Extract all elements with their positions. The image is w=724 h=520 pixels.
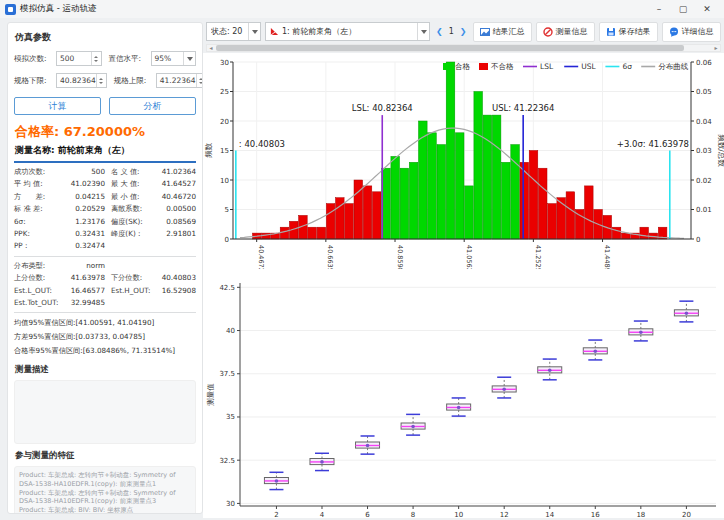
svg-text:6: 6 — [365, 511, 370, 518]
svg-text:测量值: 测量值 — [206, 383, 215, 406]
histogram-svg: LSL: 40.82364USL: 41.22364: 40.40803+3.0… — [203, 55, 724, 269]
svg-text:35: 35 — [226, 413, 235, 421]
next-page-icon[interactable]: ❯ — [460, 27, 467, 36]
stat-row: PP :0.32474 — [14, 240, 196, 252]
svg-text:0.04: 0.04 — [696, 118, 712, 126]
svg-text:USL: USL — [581, 62, 596, 71]
stepper-arrows-icon[interactable] — [91, 52, 101, 65]
dist-row: 分布类型:norm — [14, 260, 196, 272]
description-textarea[interactable] — [14, 380, 196, 444]
analyze-button[interactable]: 分析 — [109, 97, 196, 115]
details-button[interactable]: 详细信息 — [662, 22, 721, 42]
svg-text:42.5: 42.5 — [219, 284, 235, 292]
save-icon — [606, 27, 616, 37]
feature-item: Product: 车架总成: 左转向节+制动盘: Symmetry of DSA… — [19, 489, 191, 506]
svg-text:0.06: 0.06 — [696, 59, 712, 67]
ci-line: 均值95%置信区间:[41.00591, 41.04190] — [14, 316, 196, 330]
chevron-down-icon[interactable] — [183, 52, 195, 65]
svg-text:频数/总数: 频数/总数 — [717, 134, 724, 167]
feature-item: Product: 车架总成: 左转向节+制动盘: Symmetry of DSA… — [19, 471, 191, 488]
usl-stepper[interactable]: 41.22364 — [156, 73, 203, 88]
feature-item: Product: 车架总成: BIV: BIV: 坐标原点 — [19, 506, 191, 514]
window-title: 模拟仿真 - 运动轨迹 — [20, 3, 96, 15]
svg-text:USL: 41.22364: USL: 41.22364 — [492, 103, 554, 113]
minimize-icon[interactable]: – — [647, 4, 671, 14]
scroll-right-icon[interactable]: ▸ — [712, 45, 720, 51]
svg-text:5: 5 — [225, 206, 229, 214]
svg-text:40.66354: 40.66354 — [326, 245, 334, 269]
angle-measure-icon — [270, 27, 279, 36]
chart-toolbar: 状态: 20 1: 前轮前束角（左） ❮ 1 ❯ 结果汇总 测量信息 保存结果 — [206, 21, 724, 42]
svg-text:37.5: 37.5 — [219, 370, 235, 378]
save-results-button[interactable]: 保存结果 — [599, 22, 658, 42]
svg-text:32.5: 32.5 — [219, 457, 235, 465]
dist-row: Est.L_OUT:16.46577Est.H_OUT:16.52908 — [14, 285, 196, 297]
svg-text:40.85989: 40.85989 — [396, 245, 404, 269]
svg-text:0.01: 0.01 — [696, 206, 712, 214]
close-icon[interactable]: ✕ — [695, 4, 719, 14]
usl-label: 规格上限: — [114, 76, 156, 86]
svg-text:30: 30 — [226, 500, 235, 508]
svg-text:10: 10 — [220, 177, 229, 185]
summary-icon — [480, 27, 490, 37]
stat-row: 标 准 差:0.20529离散系数:0.00500 — [14, 203, 196, 215]
lsl-label: 规格下限: — [14, 76, 56, 86]
svg-text:+3.0σ: 41.63978: +3.0σ: 41.63978 — [617, 139, 689, 149]
maximize-icon[interactable]: ▢ — [671, 4, 695, 14]
result-summary-button[interactable]: 结果汇总 — [473, 22, 532, 42]
lsl-stepper[interactable]: 40.82364 — [56, 73, 107, 88]
pass-rate-value: 合格率: 67.20000% — [15, 123, 196, 141]
svg-text:LSL: 40.82364: LSL: 40.82364 — [352, 103, 413, 113]
svg-text:: 40.40803: : 40.40803 — [239, 139, 285, 149]
svg-text:4: 4 — [320, 511, 325, 518]
svg-text:0.02: 0.02 — [696, 177, 712, 185]
svg-text:16: 16 — [591, 511, 600, 518]
page-number: 1 — [449, 27, 454, 36]
svg-text:0: 0 — [225, 236, 229, 244]
confidence-select[interactable]: 95% — [151, 51, 197, 66]
chevron-down-icon[interactable] — [248, 23, 260, 40]
horizontal-scrollbar[interactable]: ◂ ▸ — [206, 44, 721, 52]
svg-text:频数: 频数 — [204, 143, 213, 159]
measurement-select[interactable]: 1: 前轮前束角（左） — [265, 22, 430, 41]
measure-info-icon — [543, 27, 553, 37]
stepper-arrows-icon[interactable] — [196, 74, 203, 87]
svg-text:0.03: 0.03 — [696, 147, 712, 155]
chevron-down-icon[interactable] — [417, 23, 429, 40]
statistics-table: 成功次数:500名 义 值:41.02364平 均 值:41.02390最 大 … — [14, 166, 196, 253]
scrollbar-thumb[interactable] — [216, 45, 684, 51]
svg-text:40: 40 — [226, 327, 235, 335]
stepper-arrows-icon[interactable] — [96, 74, 106, 87]
svg-text:分布曲线: 分布曲线 — [658, 62, 689, 71]
divider — [14, 256, 196, 257]
svg-text:不合格: 不合格 — [491, 62, 514, 71]
calculate-button[interactable]: 计算 — [14, 97, 101, 115]
svg-text:8: 8 — [411, 511, 415, 518]
svg-text:合格: 合格 — [455, 62, 471, 71]
dist-row: Est.Tot_OUT:32.99485 — [14, 297, 196, 309]
svg-text:6σ: 6σ — [622, 62, 632, 71]
prev-page-icon[interactable]: ❮ — [436, 27, 443, 36]
title-bar: 模拟仿真 - 运动轨迹 – ▢ ✕ — [0, 0, 724, 18]
panel-title: 仿真参数 — [15, 31, 196, 44]
stat-row: 6σ:1.23176偏度(SK):0.08569 — [14, 216, 196, 228]
stat-row: 平 均 值:41.02390最 大 值:41.64527 — [14, 178, 196, 190]
svg-text:40.46720: 40.46720 — [257, 245, 265, 269]
svg-text:41.25258: 41.25258 — [534, 245, 542, 269]
measure-info-button[interactable]: 测量信息 — [536, 22, 595, 42]
state-select[interactable]: 状态: 20 — [206, 22, 261, 41]
svg-text:41.05624: 41.05624 — [465, 245, 473, 269]
divider — [14, 161, 196, 163]
stat-row: 成功次数:500名 义 值:41.02364 — [14, 166, 196, 178]
app-icon — [5, 4, 16, 15]
confidence-label: 置信水平: — [109, 54, 151, 64]
svg-text:10: 10 — [454, 511, 463, 518]
sim-count-label: 模拟次数: — [14, 54, 56, 64]
stat-row: PPK:0.32431峰度(K) :2.91801 — [14, 228, 196, 240]
scroll-left-icon[interactable]: ◂ — [207, 45, 215, 51]
stat-row: 方 差:0.04215最 小 值:40.46720 — [14, 191, 196, 203]
svg-text:20: 20 — [220, 118, 229, 126]
svg-text:18: 18 — [636, 511, 645, 518]
svg-text:25: 25 — [220, 88, 229, 96]
sim-count-stepper[interactable]: 500 — [56, 51, 102, 66]
